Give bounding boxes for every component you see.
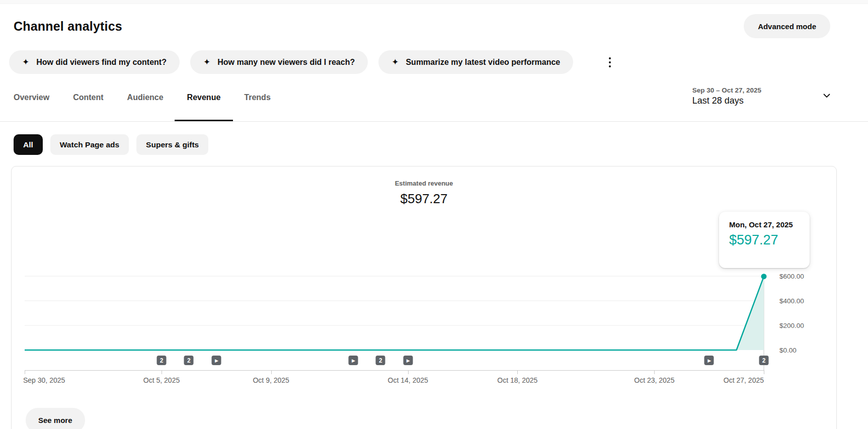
suggestion-chip-label: How many new viewers did I reach? [217, 58, 355, 67]
video-count-badge[interactable]: 2 [376, 356, 385, 365]
play-icon: ▶ [707, 358, 711, 363]
x-axis-tick [271, 370, 272, 374]
see-more-button[interactable]: See more [26, 408, 85, 429]
video-count-badge[interactable]: 2 [759, 356, 769, 365]
advanced-mode-button[interactable]: Advanced mode [744, 14, 830, 38]
tab-overview[interactable]: Overview [14, 93, 49, 121]
filter-chip-all[interactable]: All [14, 134, 43, 155]
suggestion-chip-3[interactable]: ✦Summarize my latest video performance [378, 50, 573, 74]
play-icon: ▶ [214, 358, 218, 363]
metric-label: Estimated revenue [12, 180, 836, 187]
x-axis-tick [162, 370, 162, 374]
date-range-picker[interactable]: Sep 30 – Oct 27, 2025 Last 28 days [692, 87, 833, 106]
x-axis-label: Sep 30, 2025 [23, 376, 65, 384]
date-range-preset: Last 28 days [692, 96, 761, 106]
video-published-badge[interactable]: ▶ [403, 356, 413, 365]
tooltip-date: Mon, Oct 27, 2025 [729, 220, 800, 229]
y-axis-label: $200.00 [779, 322, 804, 329]
x-axis-label: Oct 9, 2025 [253, 376, 289, 384]
sparkle-icon: ✦ [391, 58, 399, 66]
metric-value: $597.27 [12, 191, 836, 207]
x-axis-label: Oct 23, 2025 [634, 376, 674, 384]
badge-count: 2 [379, 357, 382, 364]
tab-trends[interactable]: Trends [244, 93, 270, 121]
analytics-tab-bar: OverviewContentAudienceRevenueTrends Sep… [0, 93, 868, 122]
chevron-down-icon[interactable] [821, 90, 833, 104]
suggestion-chips: ✦How did viewers find my content?✦How ma… [9, 50, 584, 74]
page-title: Channel analytics [14, 19, 122, 34]
x-axis-tick [408, 370, 409, 374]
date-range-text: Sep 30 – Oct 27, 2025 [692, 87, 761, 94]
x-axis-label: Oct 18, 2025 [497, 376, 537, 384]
filter-chip-watch-page-ads[interactable]: Watch Page ads [50, 134, 129, 155]
badge-count: 2 [160, 357, 164, 364]
video-published-badge[interactable]: ▶ [704, 356, 714, 365]
page-top-strip [0, 0, 868, 4]
suggestion-chip-2[interactable]: ✦How many new viewers did I reach? [190, 50, 368, 74]
x-axis-label: Oct 27, 2025 [724, 376, 764, 384]
video-published-badge[interactable]: ▶ [211, 356, 221, 365]
revenue-filter-chips: AllWatch Page adsSupers & gifts [0, 134, 868, 155]
highlighted-data-point[interactable] [761, 274, 767, 279]
play-icon: ▶ [351, 358, 355, 363]
x-axis-label: Oct 5, 2025 [143, 376, 180, 384]
x-axis-line [25, 370, 764, 371]
y-axis-label: $400.00 [779, 297, 804, 305]
sparkle-icon: ✦ [203, 58, 210, 66]
tooltip-value: $597.27 [729, 232, 800, 248]
ai-suggestions-row: ✦How did viewers find my content?✦How ma… [0, 50, 868, 74]
x-axis-tick [517, 370, 518, 374]
x-axis-tick [764, 370, 764, 374]
filter-chip-supers-gifts[interactable]: Supers & gifts [136, 134, 208, 155]
y-axis-label: $0.00 [779, 347, 797, 354]
video-count-badge[interactable]: 2 [157, 356, 167, 365]
play-icon: ▶ [406, 358, 410, 363]
chart-tooltip: Mon, Oct 27, 2025 $597.27 [719, 212, 810, 268]
y-axis-label: $600.00 [779, 273, 804, 280]
badge-count: 2 [187, 357, 191, 364]
video-published-badge[interactable]: ▶ [348, 356, 358, 365]
kebab-menu-icon[interactable] [605, 53, 615, 71]
metric-tab-estimated-revenue[interactable]: Estimated revenue $597.27 [12, 180, 836, 207]
header: Channel analytics Advanced mode [0, 14, 868, 38]
x-axis-tick [654, 370, 655, 374]
estimated-revenue-card: Estimated revenue $597.27 $600.00$400.00… [11, 166, 837, 429]
tab-content[interactable]: Content [73, 93, 103, 121]
suggestion-chip-label: How did viewers find my content? [36, 58, 167, 67]
x-axis-tick [25, 370, 25, 374]
badge-count: 2 [762, 357, 766, 364]
tab-revenue[interactable]: Revenue [187, 93, 221, 121]
revenue-chart[interactable]: $600.00$400.00$200.00$0.00Sep 30, 2025Oc… [25, 270, 827, 406]
suggestion-chip-label: Summarize my latest video performance [406, 58, 560, 67]
video-count-badge[interactable]: 2 [184, 356, 194, 365]
suggestion-chip-1[interactable]: ✦How did viewers find my content? [9, 50, 180, 74]
x-axis-label: Oct 14, 2025 [388, 376, 428, 384]
revenue-area-fill [25, 277, 764, 350]
tab-audience[interactable]: Audience [127, 93, 164, 121]
sparkle-icon: ✦ [22, 58, 29, 66]
revenue-line [25, 277, 764, 350]
revenue-line-plot [25, 270, 768, 371]
